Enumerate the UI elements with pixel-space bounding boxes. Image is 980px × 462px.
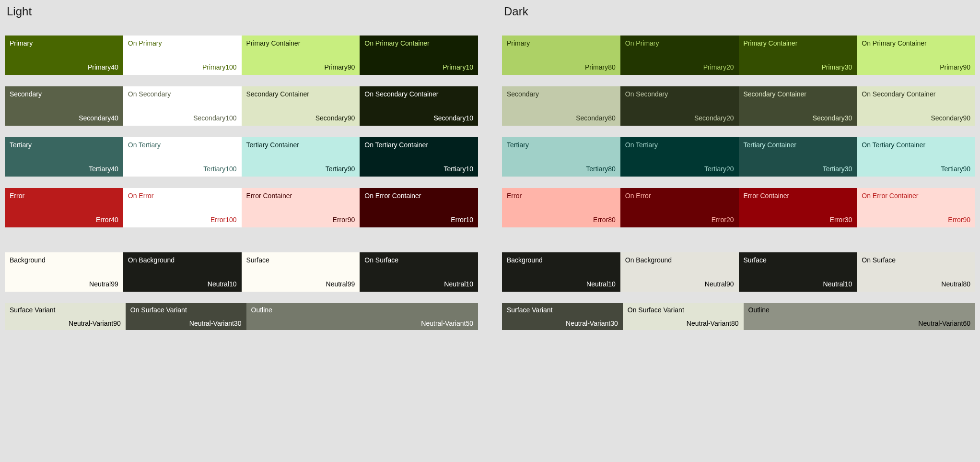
swatch-token: Neutral-Variant50 [251, 320, 474, 327]
swatch-token: Secondary100 [128, 114, 237, 122]
swatch-role: On Error Container [862, 192, 970, 200]
swatch-role: On Surface [364, 256, 473, 264]
swatch-token: Neutral10 [128, 280, 237, 288]
swatch-token: Neutral-Variant60 [748, 320, 971, 327]
swatch-role: On Background [128, 256, 237, 264]
swatch-secondary: SecondarySecondary80 [502, 86, 620, 126]
swatch-error: ErrorError40 [5, 188, 123, 227]
swatch-token: Primary20 [625, 63, 734, 71]
swatch-role: On Surface Variant [628, 306, 739, 314]
swatch-role: Outline [251, 306, 474, 314]
swatch-role: Background [10, 256, 118, 264]
swatch-role: Surface [744, 256, 852, 264]
swatch-outline: OutlineNeutral-Variant50 [246, 303, 478, 330]
swatch-on-secondary: On SecondarySecondary20 [620, 86, 739, 126]
swatch-role: Surface Variant [507, 306, 618, 314]
swatch-token: Neutral80 [862, 280, 970, 288]
swatch-token: Secondary10 [364, 114, 473, 122]
swatch-token: Secondary20 [625, 114, 734, 122]
swatch-role: On Tertiary [128, 141, 237, 149]
swatch-token: Secondary40 [10, 114, 118, 122]
swatch-token: Secondary90 [862, 114, 970, 122]
swatch-role: On Primary [625, 39, 734, 47]
swatch-surface-variant: Surface VariantNeutral-Variant30 [502, 303, 623, 330]
swatch-on-error-container: On Error ContainerError90 [857, 188, 975, 227]
swatch-token: Tertiary20 [625, 165, 734, 173]
swatch-on-surface-variant: On Surface VariantNeutral-Variant30 [126, 303, 246, 330]
secondary-row: SecondarySecondary80 On SecondarySeconda… [502, 86, 975, 126]
swatch-on-tertiary-container: On Tertiary ContainerTertiary10 [360, 137, 478, 177]
swatch-on-tertiary: On TertiaryTertiary20 [620, 137, 739, 177]
swatch-token: Neutral10 [364, 280, 473, 288]
swatch-surface-variant: Surface VariantNeutral-Variant90 [5, 303, 126, 330]
swatch-role: On Secondary Container [364, 90, 473, 98]
swatch-role: Error [507, 192, 616, 200]
primary-row: PrimaryPrimary80 On PrimaryPrimary20 Pri… [502, 36, 975, 75]
swatch-token: Error40 [10, 216, 118, 224]
light-title: Light [7, 5, 478, 18]
swatch-role: Secondary Container [246, 90, 355, 98]
primary-row: PrimaryPrimary40 On PrimaryPrimary100 Pr… [5, 36, 478, 75]
swatch-on-secondary-container: On Secondary ContainerSecondary90 [857, 86, 975, 126]
swatch-error: ErrorError80 [502, 188, 620, 227]
dark-title: Dark [504, 5, 975, 18]
swatch-token: Neutral10 [507, 280, 616, 288]
swatch-error-container: Error ContainerError30 [739, 188, 857, 227]
swatch-background: BackgroundNeutral10 [502, 252, 620, 292]
color-scheme-container: Light PrimaryPrimary40 On PrimaryPrimary… [5, 5, 975, 342]
swatch-on-error: On ErrorError100 [123, 188, 242, 227]
swatch-tertiary: TertiaryTertiary80 [502, 137, 620, 177]
swatch-on-error: On ErrorError20 [620, 188, 739, 227]
swatch-token: Primary90 [246, 63, 355, 71]
swatch-on-surface: On SurfaceNeutral10 [360, 252, 478, 292]
swatch-on-tertiary-container: On Tertiary ContainerTertiary90 [857, 137, 975, 177]
swatch-role: On Surface Variant [130, 306, 242, 314]
swatch-role: Secondary Container [744, 90, 852, 98]
swatch-tertiary-container: Tertiary ContainerTertiary30 [739, 137, 857, 177]
swatch-token: Error80 [507, 216, 616, 224]
swatch-token: Primary90 [862, 63, 970, 71]
swatch-secondary: SecondarySecondary40 [5, 86, 123, 126]
swatch-role: On Secondary [625, 90, 734, 98]
swatch-token: Error10 [364, 216, 473, 224]
swatch-role: Error [10, 192, 118, 200]
swatch-secondary-container: Secondary ContainerSecondary30 [739, 86, 857, 126]
swatch-role: Background [507, 256, 616, 264]
swatch-role: Error Container [246, 192, 355, 200]
swatch-role: Surface [246, 256, 355, 264]
swatch-on-tertiary: On TertiaryTertiary100 [123, 137, 242, 177]
tertiary-row: TertiaryTertiary80 On TertiaryTertiary20… [502, 137, 975, 177]
swatch-surface: SurfaceNeutral99 [242, 252, 360, 292]
swatch-role: Primary [10, 39, 118, 47]
error-row: ErrorError80 On ErrorError20 Error Conta… [502, 188, 975, 227]
swatch-surface: SurfaceNeutral10 [739, 252, 857, 292]
surface-row: BackgroundNeutral99 On BackgroundNeutral… [5, 252, 478, 292]
swatch-role: Tertiary Container [744, 141, 852, 149]
outline-row: Surface VariantNeutral-Variant90 On Surf… [5, 303, 478, 330]
swatch-tertiary: TertiaryTertiary40 [5, 137, 123, 177]
swatch-role: On Surface [862, 256, 970, 264]
swatch-on-secondary-container: On Secondary ContainerSecondary10 [360, 86, 478, 126]
swatch-role: Secondary [10, 90, 118, 98]
swatch-token: Error30 [744, 216, 852, 224]
swatch-on-secondary: On SecondarySecondary100 [123, 86, 242, 126]
swatch-token: Neutral-Variant30 [130, 320, 242, 327]
swatch-outline: OutlineNeutral-Variant60 [744, 303, 976, 330]
swatch-on-primary: On PrimaryPrimary100 [123, 36, 242, 75]
swatch-token: Tertiary80 [507, 165, 616, 173]
swatch-token: Tertiary40 [10, 165, 118, 173]
swatch-token: Neutral10 [744, 280, 852, 288]
swatch-primary: PrimaryPrimary80 [502, 36, 620, 75]
swatch-role: Secondary [507, 90, 616, 98]
swatch-token: Tertiary100 [128, 165, 237, 173]
swatch-on-surface-variant: On Surface VariantNeutral-Variant80 [623, 303, 744, 330]
swatch-primary-container: Primary ContainerPrimary90 [242, 36, 360, 75]
swatch-background: BackgroundNeutral99 [5, 252, 123, 292]
swatch-role: On Primary Container [862, 39, 970, 47]
swatch-role: Tertiary [10, 141, 118, 149]
swatch-role: On Background [625, 256, 734, 264]
tertiary-row: TertiaryTertiary40 On TertiaryTertiary10… [5, 137, 478, 177]
light-scheme: Light PrimaryPrimary40 On PrimaryPrimary… [5, 5, 478, 342]
swatch-tertiary-container: Tertiary ContainerTertiary90 [242, 137, 360, 177]
swatch-token: Error90 [246, 216, 355, 224]
